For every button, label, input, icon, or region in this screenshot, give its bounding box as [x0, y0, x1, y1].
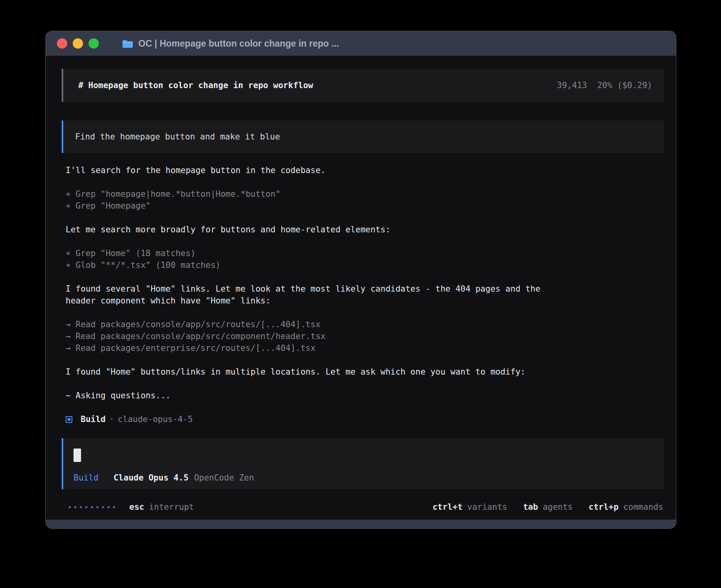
- spinner-dot: [91, 506, 93, 508]
- spinner-dot: [96, 506, 98, 508]
- title-group: OC | Homepage button color change in rep…: [122, 38, 339, 49]
- minimize-icon[interactable]: [73, 38, 83, 49]
- editor-meta: Build Claude Opus 4.5 OpenCode Zen: [74, 472, 651, 484]
- hint-label: commands: [623, 502, 663, 512]
- tool-call-line: ∗ Grep "Homepage": [66, 200, 562, 212]
- hint-label: interrupt: [149, 502, 194, 512]
- spinner-dot: [113, 506, 115, 508]
- spinner-dots: [69, 506, 115, 508]
- title-bar[interactable]: OC | Homepage button color change in rep…: [46, 31, 676, 56]
- provider-label: OpenCode Zen: [194, 472, 254, 484]
- window-bottom-strip: [46, 520, 676, 529]
- folder-icon: [122, 39, 134, 49]
- tool-call-group: → Read packages/console/app/src/routes/[…: [66, 318, 562, 354]
- spinner-dot: [102, 506, 104, 508]
- close-icon[interactable]: [57, 38, 67, 49]
- prompt-editor[interactable]: Build Claude Opus 4.5 OpenCode Zen: [62, 438, 664, 489]
- spinner-dot: [80, 506, 82, 508]
- key-hint: ctrl+tvariants: [432, 501, 507, 513]
- session-header: # Homepage button color change in repo w…: [62, 69, 664, 102]
- agent-status-row: Build·claude-opus-4-5: [66, 413, 562, 425]
- context-usage: 20% ($0.29): [597, 81, 652, 90]
- assistant-text: I found several "Home" links. Let me loo…: [66, 283, 562, 307]
- session-title: # Homepage button color change in repo w…: [75, 79, 313, 91]
- tool-call-line: → Read packages/enterprise/src/routes/[.…: [66, 342, 562, 354]
- left-hints: escinterrupt: [129, 501, 194, 513]
- assistant-text: Let me search more broadly for buttons a…: [66, 224, 562, 236]
- key-hint: escinterrupt: [129, 501, 194, 513]
- text-cursor: [74, 449, 81, 462]
- agent-model: claude-opus-4-5: [118, 413, 193, 425]
- square-dot-icon: [66, 416, 72, 423]
- terminal-window: OC | Homepage button color change in rep…: [45, 31, 676, 529]
- hint-label: variants: [467, 502, 507, 512]
- hint-key: ctrl+t: [432, 502, 462, 512]
- traffic-lights: [57, 38, 99, 49]
- hint-label: agents: [543, 502, 573, 512]
- tool-call-group: ∗ Grep "homepage|home.*button|Home.*butt…: [66, 188, 562, 212]
- spinner-dot: [69, 506, 71, 508]
- right-hints: ctrl+tvariantstabagentsctrl+pcommands: [432, 501, 663, 513]
- user-message: Find the homepage button and make it blu…: [62, 121, 664, 153]
- tool-call-line: ∗ Grep "homepage|home.*button|Home.*butt…: [66, 188, 562, 200]
- assistant-response: I'll search for the homepage button in t…: [62, 164, 562, 425]
- spinner-dot: [74, 506, 76, 508]
- hint-key: esc: [129, 502, 144, 512]
- hint-key: ctrl+p: [589, 502, 619, 512]
- agent-name: Build: [81, 413, 106, 425]
- terminal-content: # Homepage button color change in repo w…: [46, 56, 676, 520]
- agent-mode-label[interactable]: Build: [74, 472, 98, 484]
- tool-call-line: → Read packages/console/app/src/componen…: [66, 330, 562, 342]
- separator-dot: ·: [109, 413, 114, 425]
- tool-call-line: → Read packages/console/app/src/routes/[…: [66, 318, 562, 330]
- user-message-text: Find the homepage button and make it blu…: [75, 132, 280, 141]
- assistant-text: I found "Home" buttons/links in multiple…: [66, 366, 562, 378]
- hint-key: tab: [523, 502, 538, 512]
- tool-call-line: ∗ Glob "**/*.tsx" (100 matches): [66, 259, 562, 271]
- tool-call-group: ∗ Grep "Home" (18 matches)∗ Glob "**/*.t…: [66, 247, 562, 271]
- token-count: 39,413: [557, 81, 587, 90]
- spinner-dot: [85, 506, 87, 508]
- status-bar: escinterrupt ctrl+tvariantstabagentsctrl…: [62, 501, 664, 513]
- window-title: OC | Homepage button color change in rep…: [138, 38, 339, 49]
- status-left: escinterrupt: [69, 501, 194, 513]
- assistant-text: ~ Asking questions...: [66, 390, 562, 401]
- key-hint: tabagents: [523, 501, 573, 513]
- session-stats: 39,41320% ($0.29): [557, 79, 652, 91]
- tool-call-line: ∗ Grep "Home" (18 matches): [66, 247, 562, 259]
- spinner-dot: [108, 506, 109, 508]
- key-hint: ctrl+pcommands: [589, 501, 663, 513]
- assistant-text: I'll search for the homepage button in t…: [66, 164, 562, 176]
- model-label[interactable]: Claude Opus 4.5: [113, 472, 189, 484]
- zoom-icon[interactable]: [89, 38, 99, 49]
